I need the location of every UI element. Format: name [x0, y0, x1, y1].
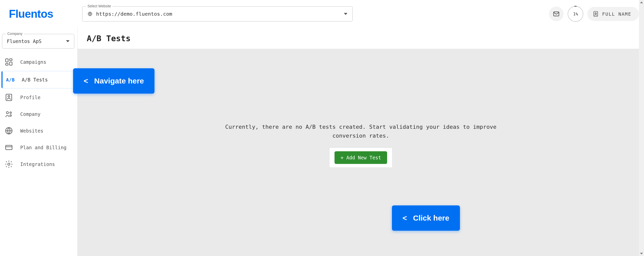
svg-point-15 [8, 163, 10, 165]
callout-text: Navigate here [94, 77, 144, 85]
svg-point-3 [595, 13, 596, 14]
profile-icon [5, 93, 13, 102]
svg-point-11 [10, 112, 11, 113]
sidebar-item-integrations[interactable]: Integrations [0, 156, 77, 173]
sidebar-item-label: Plan and Billing [20, 145, 66, 150]
globe-icon [5, 126, 13, 135]
sidebar-item-company[interactable]: Company [0, 106, 77, 122]
svg-rect-5 [10, 59, 12, 60]
sidebar-item-label: Websites [20, 128, 43, 134]
page-title-bar: A/B Tests [78, 28, 644, 49]
scroll-down-icon [640, 253, 643, 254]
chevron-down-icon [66, 40, 70, 42]
sidebar-item-profile[interactable]: Profile [0, 89, 77, 106]
chevron-left-icon: < [84, 77, 88, 85]
mail-button[interactable] [549, 7, 564, 21]
scrollbar[interactable] [639, 0, 644, 256]
header-bar: Fluentos Select Website https://demo.flu… [0, 0, 644, 28]
website-select-value: https://demo.fluentos.com [96, 11, 344, 17]
company-select-value: Fluentos ApS [7, 38, 66, 44]
sidebar: Company Fluentos ApS Campaigns A/B A/B T… [0, 28, 78, 256]
campaigns-icon [5, 58, 13, 66]
sidebar-item-label: Integrations [20, 161, 55, 167]
svg-rect-4 [6, 59, 8, 62]
sidebar-item-label: Company [20, 111, 40, 117]
sidebar-item-billing[interactable]: Plan and Billing [0, 139, 77, 156]
empty-state-text: Currently, there are no A/B tests create… [222, 122, 500, 140]
credit-card-icon [5, 143, 13, 152]
brand-logo: Fluentos [9, 8, 72, 20]
chevron-down-icon [344, 13, 347, 15]
sidebar-item-ab-tests[interactable]: A/B A/B Tests [2, 71, 76, 88]
layout: Company Fluentos ApS Campaigns A/B A/B T… [0, 28, 644, 256]
progress-value: 1% [573, 12, 578, 16]
sidebar-item-campaigns[interactable]: Campaigns [0, 54, 77, 70]
svg-rect-7 [6, 63, 8, 65]
callout-navigate-here: < Navigate here [73, 68, 154, 94]
callout-text: Click here [413, 214, 449, 222]
sidebar-item-label: Profile [20, 95, 40, 100]
mail-icon [553, 10, 560, 17]
main-content: A/B Tests Currently, there are no A/B te… [78, 28, 644, 256]
progress-ring[interactable]: 1% [568, 6, 583, 22]
svg-point-12 [10, 115, 11, 116]
callout-click-here: < Click here [392, 205, 460, 231]
website-select-label: Select Website [86, 4, 113, 8]
sidebar-item-label: A/B Tests [22, 77, 48, 82]
svg-rect-14 [6, 145, 12, 150]
empty-state: Currently, there are no A/B tests create… [78, 49, 644, 256]
user-name: FULL NAME [602, 11, 631, 17]
svg-rect-6 [10, 62, 12, 65]
ab-icon: A/B [6, 77, 15, 82]
gear-icon [5, 160, 13, 168]
company-select-label: Company [6, 32, 24, 36]
chevron-left-icon: < [403, 214, 407, 222]
user-chip[interactable]: FULL NAME [587, 7, 639, 21]
add-button-container: + Add New Test [329, 148, 392, 167]
user-icon [592, 11, 599, 17]
scroll-up-icon [640, 2, 643, 3]
page-title: A/B Tests [87, 34, 130, 43]
svg-point-10 [6, 112, 8, 114]
sidebar-item-label: Campaigns [20, 59, 46, 65]
add-new-test-button[interactable]: + Add New Test [335, 151, 387, 164]
svg-point-9 [8, 95, 10, 97]
globe-icon [87, 11, 93, 16]
company-select[interactable]: Company Fluentos ApS [2, 34, 74, 49]
sidebar-item-websites[interactable]: Websites [0, 122, 77, 139]
company-icon [5, 110, 13, 118]
website-select[interactable]: Select Website https://demo.fluentos.com [82, 6, 353, 22]
header-right: 1% FULL NAME [549, 6, 639, 22]
